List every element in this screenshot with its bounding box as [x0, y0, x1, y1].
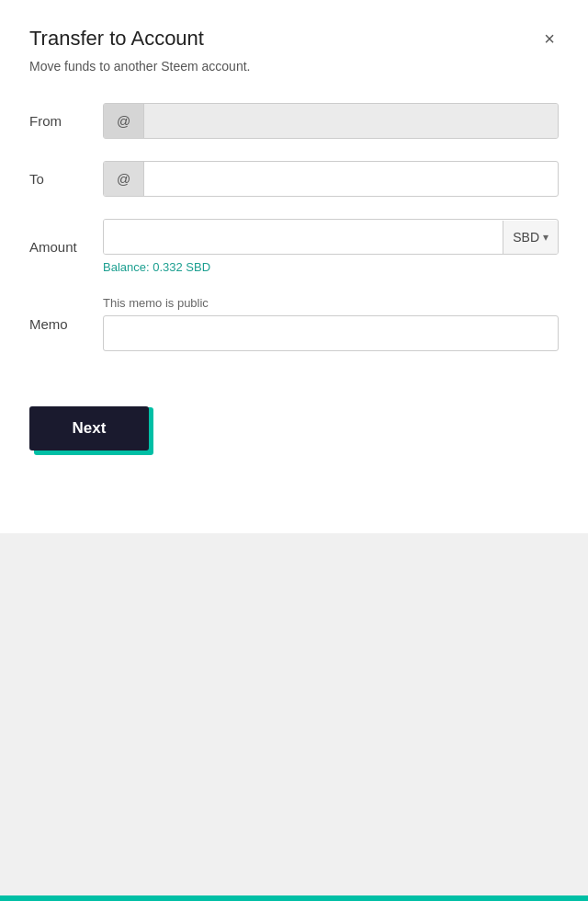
dialog-title: Transfer to Account [29, 27, 204, 51]
next-button[interactable]: Next [29, 406, 149, 450]
to-input-wrapper: @ [103, 161, 559, 197]
balance-text: Balance: 0.332 SBD [103, 260, 559, 274]
amount-input-row: SBD ▾ [103, 219, 559, 255]
bottom-accent-bar [0, 895, 588, 901]
currency-label: SBD [513, 230, 539, 245]
memo-label: Memo [29, 316, 103, 332]
amount-section: SBD ▾ Balance: 0.332 SBD [103, 219, 559, 274]
to-row: To @ [29, 161, 559, 197]
memo-input[interactable] [103, 315, 559, 351]
to-input[interactable] [144, 162, 558, 196]
to-at-symbol: @ [104, 162, 144, 196]
memo-row: Memo This memo is public [29, 296, 559, 351]
memo-section: This memo is public [103, 296, 559, 351]
currency-selector[interactable]: SBD ▾ [503, 221, 558, 254]
from-row: From @ [29, 103, 559, 139]
from-input-wrapper: @ [103, 103, 559, 139]
chevron-down-icon: ▾ [543, 231, 548, 244]
close-button[interactable]: × [540, 26, 559, 51]
amount-label: Amount [29, 239, 103, 255]
memo-public-note: This memo is public [103, 296, 559, 310]
from-label: From [29, 113, 103, 129]
dialog-header: Transfer to Account × [29, 26, 559, 51]
from-input[interactable] [144, 104, 558, 138]
amount-row: Amount SBD ▾ Balance: 0.332 SBD [29, 219, 559, 274]
to-label: To [29, 171, 103, 187]
dialog-subtitle: Move funds to another Steem account. [29, 59, 559, 74]
transfer-dialog: Transfer to Account × Move funds to anot… [0, 0, 588, 533]
amount-input[interactable] [104, 220, 503, 254]
from-at-symbol: @ [104, 104, 144, 138]
next-button-wrapper: Next [29, 406, 149, 450]
